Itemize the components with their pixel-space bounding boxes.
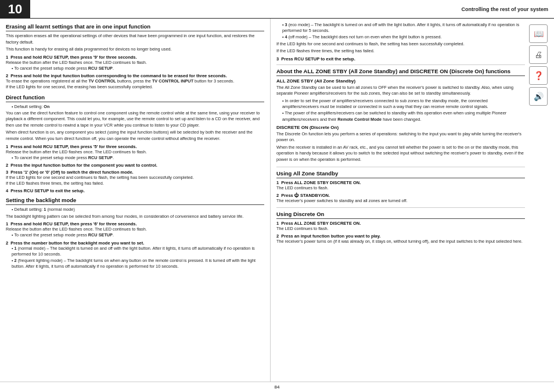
right-column: 3 (eco mode) – The backlight is turned o… bbox=[271, 19, 554, 382]
bullet-text: To cancel the preset setup mode press RC… bbox=[14, 232, 114, 238]
default-setting: Default setting: On bbox=[6, 104, 264, 110]
direct-para1: You can use the direct function feature … bbox=[6, 110, 264, 129]
step-label: Press '1' (On) or '0' (Off) to switch th… bbox=[10, 170, 133, 175]
bullet-text: In order to set the power of amplifiers/… bbox=[282, 98, 488, 109]
step-body: Release the button after the LED flashes… bbox=[6, 226, 264, 232]
step-label: Press and hold the input function button… bbox=[10, 73, 227, 78]
step-label: Press the input function button for the … bbox=[10, 163, 157, 168]
direct-function-title: Direct function bbox=[6, 94, 264, 102]
bullet-text: 1 (normal mode) – The backlight is turne… bbox=[12, 246, 255, 257]
discrete-para1: The Discrete On function lets you perfor… bbox=[276, 131, 525, 143]
using-all-zone-section: Using All Zone Standby 1 Press ALL ZONE … bbox=[276, 170, 525, 204]
discrete-step1: 1 Press ALL ZONE STBY DISCRETE ON. The L… bbox=[276, 221, 525, 232]
erasing-step2: 2 Press and hold the input function butt… bbox=[6, 73, 264, 90]
backlight-para1: The backlight lighting pattern can be se… bbox=[6, 214, 264, 220]
backlight-step2: 2 Press the number button for the backli… bbox=[6, 240, 264, 270]
icon-question: ❓ bbox=[529, 66, 548, 85]
using-discrete-title: Using Discrete On bbox=[276, 211, 525, 219]
right-main-content: 3 (eco mode) – The backlight is turned o… bbox=[276, 22, 525, 248]
bullet-text: 3 (eco mode) – The backlight is turned o… bbox=[282, 22, 519, 33]
icons-column: 📖 🖨 ❓ 🔊 bbox=[527, 22, 549, 248]
erasing-title: Erasing all learnt settings that are in … bbox=[6, 23, 264, 31]
right-bullet-4: 4 (off mode) – The backlight does not tu… bbox=[276, 34, 525, 40]
divider3 bbox=[276, 207, 525, 208]
page-footer: 84 bbox=[0, 382, 554, 392]
discrete-step2: 2 Press an input function button you wan… bbox=[276, 233, 525, 244]
right-bullet-3: 3 (eco mode) – The backlight is turned o… bbox=[276, 22, 525, 34]
icon-speaker: 🔊 bbox=[529, 87, 548, 106]
all-zone-section: About the ALL ZONE STBY (All Zone Standb… bbox=[276, 68, 525, 163]
step-label: Press RCU SETUP to exit the setup. bbox=[281, 56, 355, 62]
step-label: Press the number button for the backligh… bbox=[10, 240, 144, 246]
all-zone-step1: 1 Press ALL ZONE STBY DISCRETE ON. The L… bbox=[276, 180, 525, 191]
using-all-zone-title: Using All Zone Standby bbox=[276, 170, 525, 178]
all-zone-bullet-1: In order to set the power of amplifiers/… bbox=[276, 98, 525, 110]
backlight-default: Default setting: 1 (normal mode) bbox=[6, 207, 264, 213]
right-top: 3 (eco mode) – The backlight is turned o… bbox=[276, 22, 549, 248]
bullet-text: To cancel the preset setup mode press RC… bbox=[14, 66, 114, 71]
step-label: Press and hold RCU SETUP, then press '6'… bbox=[10, 221, 136, 226]
direct-step4: 4 Press RCU SETUP to exit the setup. bbox=[6, 188, 264, 193]
direct-function-section: Direct function Default setting: On You … bbox=[6, 94, 264, 194]
step-body2: If the LED flashes three times, the sett… bbox=[6, 181, 264, 186]
all-zone-para1: The All Zone Standby can be used to turn… bbox=[276, 85, 525, 97]
default-text: Default setting: On bbox=[15, 104, 50, 109]
step-label: Press and hold RCU SETUP, then press '5'… bbox=[10, 144, 136, 149]
step-body: The LED continues to flash. bbox=[276, 185, 525, 191]
erasing-section: Erasing all learnt settings that are in … bbox=[6, 23, 264, 91]
icon-printer: 🖨 bbox=[529, 45, 548, 64]
bullet-text: To cancel the preset setup mode press RC… bbox=[14, 155, 114, 160]
direct-step2: 2 Press the input function button for th… bbox=[6, 163, 264, 168]
all-zone-title: About the ALL ZONE STBY (All Zone Standb… bbox=[276, 68, 525, 76]
bullet: To cancel the preset setup mode press RC… bbox=[6, 232, 264, 238]
step-label: Press and hold RCU SETUP, then press '9'… bbox=[10, 55, 136, 60]
divider bbox=[276, 64, 525, 65]
backlight-section: Setting the backlight mode Default setti… bbox=[6, 197, 264, 269]
led-flash-note: If the LED lights for one second and con… bbox=[276, 41, 525, 48]
step-body: To erase the operations registered at al… bbox=[6, 78, 264, 84]
step-label: Press ALL ZONE STBY DISCRETE ON. bbox=[281, 180, 361, 185]
step-label: Press ALL ZONE STBY DISCRETE ON. bbox=[281, 221, 361, 226]
step-label: Press an input function button you want … bbox=[281, 233, 380, 239]
main-content: Erasing all learnt settings that are in … bbox=[0, 19, 554, 382]
left-column: Erasing all learnt settings that are in … bbox=[0, 19, 271, 382]
backlight-default-text: Default setting: 1 (normal mode) bbox=[15, 207, 75, 212]
header-title: Controlling the rest of your system bbox=[30, 0, 554, 18]
step-bullet: To cancel the preset setup mode press RC… bbox=[6, 66, 264, 71]
step-body: If the LED lights for one second and con… bbox=[6, 175, 264, 181]
step-body: Release the button after the LED flashes… bbox=[6, 60, 264, 66]
led-fail-note: If the LED flashes three times, the sett… bbox=[276, 48, 525, 55]
backlight-step1: 1 Press and hold RCU SETUP, then press '… bbox=[6, 221, 264, 238]
discrete-sub-title: DISCRETE ON (Discrete On) bbox=[276, 125, 525, 130]
step-body: Release the button after the LED flashes… bbox=[6, 149, 264, 155]
bullet-1: 1 (normal mode) – The backlight is turne… bbox=[6, 246, 264, 257]
bullet-2: 2 (frequent lighting mode) – The backlig… bbox=[6, 258, 264, 269]
divider2 bbox=[276, 167, 525, 167]
bullet: To cancel the preset setup mode press RC… bbox=[6, 155, 264, 161]
backlight-title: Setting the backlight mode bbox=[6, 197, 264, 205]
step-body: The receiver's power turns on (if it was… bbox=[276, 239, 525, 244]
page-header: 10 Controlling the rest of your system bbox=[0, 0, 554, 19]
discrete-para2: When the receiver is installed in an AV … bbox=[276, 145, 525, 163]
using-discrete-section: Using Discrete On 1 Press ALL ZONE STBY … bbox=[276, 211, 525, 244]
step-body2: If the LED lights for one second, the er… bbox=[6, 84, 264, 90]
direct-step1: 1 Press and hold RCU SETUP, then press '… bbox=[6, 144, 264, 161]
direct-step3: 3 Press '1' (On) or '0' (Off) to switch … bbox=[6, 170, 264, 186]
erasing-intro: This operation erases all the operationa… bbox=[6, 33, 264, 45]
all-zone-step2: 2 Press ⏻ STANDBY/ON. The receiver's pow… bbox=[276, 193, 525, 204]
footer-page-num: 84 bbox=[275, 384, 280, 390]
erasing-intro2: This function is handy for erasing all d… bbox=[6, 46, 264, 53]
all-zone-bullet-2: The power of the amplifiers/receivers ca… bbox=[276, 110, 525, 122]
all-zone-sub-title: ALL ZONE STBY (All Zone Standby) bbox=[276, 78, 525, 84]
bullet-text: 4 (off mode) – The backlight does not tu… bbox=[285, 34, 442, 39]
bullet-text: 2 (frequent lighting mode) – The backlig… bbox=[12, 258, 256, 269]
step-label: Press RCU SETUP to exit the setup. bbox=[10, 188, 84, 193]
right-step3: 3 Press RCU SETUP to exit the setup. bbox=[276, 56, 525, 62]
page-number: 10 bbox=[0, 0, 30, 18]
bullet-text: The power of the amplifiers/receivers ca… bbox=[282, 110, 506, 121]
step-body: The receiver's power switches to standby… bbox=[276, 198, 525, 204]
step-body: The LED continues to flash. bbox=[276, 226, 525, 232]
icon-book: 📖 bbox=[529, 24, 548, 43]
step-label: Press ⏻ STANDBY/ON. bbox=[281, 193, 330, 198]
direct-para2: When direct function is on, any componen… bbox=[6, 130, 264, 142]
